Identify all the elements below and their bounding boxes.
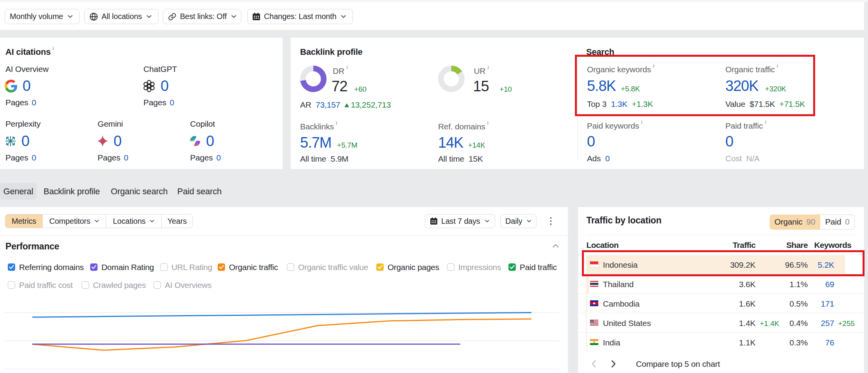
info-icon[interactable]: i xyxy=(52,45,54,51)
table-footer: Compare top 5 on chart xyxy=(578,358,864,373)
collapse-chevron-up-icon[interactable] xyxy=(552,244,559,248)
changes-dropdown[interactable]: Changes: Last month xyxy=(247,9,353,24)
flag-thailand-icon xyxy=(590,281,598,287)
page-prev-icon[interactable] xyxy=(591,360,596,368)
checkbox-crawled-pages[interactable]: Crawled pages xyxy=(82,281,146,289)
share-bar xyxy=(586,333,587,352)
best-links-label: Best links: Off xyxy=(180,12,227,21)
checkbox-referring-domains[interactable]: Referring domains xyxy=(8,263,84,271)
checkbox-organic-traffic-value[interactable]: Organic traffic value xyxy=(287,263,368,271)
checkbox-paid-traffic[interactable]: Paid traffic xyxy=(508,263,557,271)
keywords-link[interactable]: 171 xyxy=(821,299,834,309)
locations-segment[interactable]: Locations xyxy=(106,214,162,228)
table-row-india[interactable]: India 1.1K 0.3% 76 xyxy=(578,332,864,352)
paid-traffic-label: Paid traffici xyxy=(725,121,766,131)
ai-overview-value: 0 xyxy=(5,78,30,93)
keywords-link[interactable]: 76 xyxy=(825,338,834,347)
chevron-down-icon xyxy=(341,15,346,18)
top3-value-link[interactable]: 1.3K xyxy=(611,99,627,108)
checkbox-url-rating[interactable]: URL Rating xyxy=(160,263,212,271)
column-header-keywords[interactable]: Keywords xyxy=(814,241,851,250)
info-icon[interactable]: i xyxy=(641,119,642,125)
backlinks-label: Backlinksi xyxy=(300,122,337,131)
info-icon[interactable]: i xyxy=(336,120,337,126)
backlinks-value[interactable]: 5.7M xyxy=(300,135,331,150)
ref-domains-alltime: All time 15K xyxy=(438,154,483,164)
ref-domains-delta: +14K xyxy=(468,141,485,149)
locations-dropdown[interactable]: All locations xyxy=(84,9,159,24)
ref-domains-value[interactable]: 14K xyxy=(438,135,463,150)
ref-domains-label: Ref. domainsi xyxy=(438,122,489,131)
tab-paid-search[interactable]: Paid search xyxy=(177,183,222,200)
chatgpt-icon xyxy=(143,80,155,92)
search-title: Search xyxy=(586,47,614,57)
dr-label: DRi xyxy=(333,66,348,76)
dr-donut-chart xyxy=(300,66,327,92)
copilot-value: 0 xyxy=(189,134,214,148)
info-icon[interactable]: i xyxy=(487,120,488,126)
chart-line-organic-traffic xyxy=(33,319,531,350)
checkbox-impressions[interactable]: Impressions xyxy=(447,263,501,271)
organic-traffic-value[interactable]: 320K xyxy=(725,78,758,93)
info-icon[interactable]: i xyxy=(346,64,348,70)
tab-organic-search[interactable]: Organic search xyxy=(111,183,168,200)
flag-cambodia-icon xyxy=(590,300,598,306)
column-header-location[interactable]: Location xyxy=(587,241,619,250)
monthly-volume-dropdown[interactable]: Monthly volume xyxy=(5,9,80,24)
info-icon[interactable]: i xyxy=(487,64,489,70)
toggle-paid[interactable]: Paid0 xyxy=(820,214,855,230)
ads-value-link[interactable]: 0 xyxy=(605,154,610,163)
flag-india-icon xyxy=(590,339,598,345)
dr-value: 72 xyxy=(332,79,347,94)
share-bar xyxy=(586,275,589,293)
perplexity-icon xyxy=(5,135,16,147)
organic-keywords-value[interactable]: 5.8K xyxy=(587,78,616,93)
tab-backlink-profile[interactable]: Backlink profile xyxy=(44,183,100,200)
toggle-organic[interactable]: Organic90 xyxy=(770,214,821,230)
paid-traffic-value[interactable]: 0 xyxy=(725,134,733,149)
years-segment[interactable]: Years xyxy=(162,214,192,228)
table-row-cambodia[interactable]: Cambodia 1.6K 0.5% 171 xyxy=(578,293,864,313)
ar-line: AR 73,157 13,252,713 xyxy=(300,100,391,110)
keywords-link[interactable]: 69 xyxy=(825,280,834,289)
page-next-icon[interactable] xyxy=(611,360,616,368)
checkbox-organic-pages[interactable]: Organic pages xyxy=(376,263,439,271)
info-icon[interactable]: i xyxy=(765,119,766,125)
keywords-link[interactable]: 5.2K xyxy=(818,260,834,270)
ur-value: 15 xyxy=(473,79,489,94)
checkbox-domain-rating[interactable]: Domain Rating xyxy=(90,263,154,271)
table-row-thailand[interactable]: Thailand 3.6K 1.1% 69 xyxy=(578,274,864,293)
date-range-label: Last 7 days xyxy=(441,217,480,226)
checkbox-ai-overviews[interactable]: AI Overviews xyxy=(154,281,211,289)
column-header-traffic[interactable]: Traffic xyxy=(733,241,756,250)
compare-top5-button[interactable]: Compare top 5 on chart xyxy=(636,359,720,369)
table-row-indonesia[interactable]: Indonesia 309.2K 96.5% 5.2K xyxy=(578,254,864,274)
backlink-profile-title: Backlink profile xyxy=(300,47,363,57)
copilot-label: Copilot xyxy=(190,119,215,129)
perplexity-label: Perplexity xyxy=(5,119,40,129)
cost-line: Cost N/A xyxy=(725,153,760,163)
granularity-dropdown[interactable]: Daily xyxy=(500,214,536,228)
info-icon[interactable]: i xyxy=(653,63,654,69)
table-row-united-states[interactable]: United States 1.4K +1.4K 0.4% 257 +255 xyxy=(578,313,864,332)
keywords-link[interactable]: 257 xyxy=(821,319,834,328)
tab-general[interactable]: General xyxy=(0,183,37,200)
gemini-value: 0 xyxy=(97,134,121,148)
competitors-segment[interactable]: Competitors xyxy=(43,214,106,228)
top3-line: Top 3 1.3K +1.3K xyxy=(587,99,653,109)
info-icon[interactable]: i xyxy=(777,63,778,69)
checkbox-organic-traffic[interactable]: Organic traffic xyxy=(218,263,278,271)
organic-traffic-delta: +320K xyxy=(765,85,786,92)
metrics-segment[interactable]: Metrics xyxy=(5,214,43,228)
more-options-button[interactable] xyxy=(546,214,555,228)
organic-keywords-label: Organic keywordsi xyxy=(587,64,654,74)
ar-value-link[interactable]: 73,157 xyxy=(316,100,340,109)
checkbox-paid-traffic-cost[interactable]: Paid traffic cost xyxy=(8,281,73,289)
copilot-pages: Pages0 xyxy=(190,153,221,162)
date-range-dropdown[interactable]: Last 7 days xyxy=(425,214,495,228)
best-links-dropdown[interactable]: Best links: Off xyxy=(163,9,241,24)
paid-keywords-value[interactable]: 0 xyxy=(587,134,595,149)
copilot-icon xyxy=(189,135,201,147)
column-header-share[interactable]: Share xyxy=(786,241,808,250)
link-icon xyxy=(168,12,176,21)
